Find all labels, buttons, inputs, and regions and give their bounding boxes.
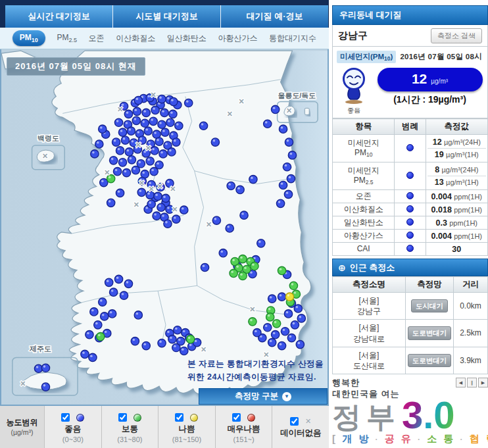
station-dot-good[interactable] [141,119,149,127]
station-dot-good[interactable] [169,110,177,118]
station-dot-good[interactable] [159,150,167,158]
station-dot-good[interactable] [89,353,97,361]
station-dot-good[interactable] [160,109,168,116]
station-dot-good[interactable] [264,120,272,128]
station-name-gangnamgu[interactable]: [서울]강남구 [333,293,406,320]
station-dot-good[interactable] [180,347,188,355]
station-dot-good[interactable] [158,339,166,347]
station-dot-good[interactable] [168,148,176,156]
station-dot-good[interactable] [253,329,261,337]
station-dot-good[interactable] [249,175,257,183]
station-dot-good[interactable] [114,275,122,283]
station-dot-moderate[interactable] [97,333,105,341]
subtab-pm10[interactable]: PM10 [12,30,45,46]
station-dot-good[interactable] [278,293,285,301]
station-name-gangnamdaero[interactable]: [서울]강남대로 [333,320,406,347]
station-dot-good[interactable] [158,95,166,103]
station-dot-good[interactable] [174,326,182,334]
station-dot-good[interactable] [219,249,227,257]
station-dot-good[interactable] [142,109,150,116]
station-dot-good[interactable] [132,166,139,174]
station-dot-good[interactable] [185,99,193,107]
station-dot-moderate[interactable] [230,269,237,277]
station-dot-good[interactable] [154,192,162,200]
station-dot-moderate[interactable] [249,318,256,326]
station-dot-good[interactable] [281,328,289,336]
station-dot-good[interactable] [112,138,120,146]
station-dot-good[interactable] [124,110,132,118]
tab-forecast-warning[interactable]: 대기질 예·경보 [221,5,328,28]
station-dot-good[interactable] [153,212,160,220]
station-dot-good[interactable] [127,127,135,135]
station-dot-good[interactable] [279,125,287,133]
station-dot-good[interactable] [157,203,165,211]
banner-prev-button[interactable]: ◀ [456,378,466,387]
station-dot-good[interactable] [268,295,276,303]
station-dot-moderate[interactable] [239,255,247,262]
station-dot-good[interactable] [172,138,180,146]
station-dot-good[interactable] [91,150,99,158]
station-dot-good[interactable] [109,157,117,164]
station-dot-good[interactable] [41,383,49,391]
station-dot-good[interactable] [144,127,152,135]
station-dot-moderate[interactable] [187,335,195,343]
station-dot-good[interactable] [151,147,159,155]
legend-checkbox-moderate[interactable] [118,413,127,422]
station-dot-good[interactable] [287,174,295,182]
station-dot-good[interactable] [276,199,284,207]
station-dot-good[interactable] [294,305,302,312]
station-dot-good[interactable] [257,239,265,247]
station-dot-good[interactable] [271,331,279,339]
station-dot-good[interactable] [120,291,128,299]
station-dot-good[interactable] [155,137,163,145]
subtab-so2[interactable]: 아황산가스 [218,33,257,44]
station-dot-good[interactable] [162,194,170,202]
station-dot-good[interactable] [297,314,305,322]
station-dot-good[interactable] [118,128,126,136]
station-dot-good[interactable] [124,280,132,287]
station-dot-moderate[interactable] [266,313,274,321]
station-dot-good[interactable] [201,263,208,271]
station-dot-good[interactable] [168,335,176,343]
station-dot-good[interactable] [170,97,178,105]
station-dot-good[interactable] [172,343,180,351]
station-dot-good[interactable] [288,151,296,159]
station-dot-good[interactable] [296,340,304,348]
legend-checkbox-good[interactable] [61,413,70,422]
station-dot-good[interactable] [107,199,115,207]
station-dot-good[interactable] [283,163,291,171]
station-dot-good[interactable] [118,159,126,166]
station-dot-good[interactable] [212,216,220,224]
legend-checkbox-nodata[interactable] [290,417,299,426]
station-dot-good[interactable] [161,128,169,136]
station-dot-good[interactable] [101,312,109,320]
subtab-co[interactable]: 일산화탄소 [167,33,207,44]
station-dot-good[interactable] [264,324,272,332]
station-dot-good[interactable] [227,182,235,189]
station-dot-good[interactable] [158,120,166,128]
station-dot-good[interactable] [268,338,276,346]
station-dot-moderate[interactable] [289,282,297,289]
station-dot-good[interactable] [166,118,174,126]
station-dot-good[interactable] [151,106,159,114]
station-dot-moderate[interactable] [251,262,258,270]
station-dot-good[interactable] [122,169,130,177]
banner-pause-button[interactable]: ∥ [467,378,477,387]
station-dot-good[interactable] [133,107,141,115]
network-type-button[interactable]: 측정망 구분 ▼ [199,388,328,405]
station-dot-good[interactable] [172,215,180,223]
station-dot-good[interactable] [81,350,89,358]
banner-next-button[interactable]: ▶ [478,378,488,387]
station-dot-good[interactable] [41,364,49,372]
station-search-button[interactable]: 측정소 검색 [431,28,482,43]
station-dot-good[interactable] [90,308,98,316]
station-dot-good[interactable] [175,122,183,130]
tab-region-air-info[interactable]: 시도별 대기정보 [113,5,221,28]
station-dot-moderate[interactable] [239,272,247,280]
station-dot-good[interactable] [284,310,292,318]
subtab-pm25[interactable]: PM2.5 [57,33,77,43]
station-dot-good[interactable] [180,206,188,214]
station-dot-good[interactable] [147,200,155,208]
station-dot-good[interactable] [128,156,135,164]
station-dot-good[interactable] [134,96,142,104]
